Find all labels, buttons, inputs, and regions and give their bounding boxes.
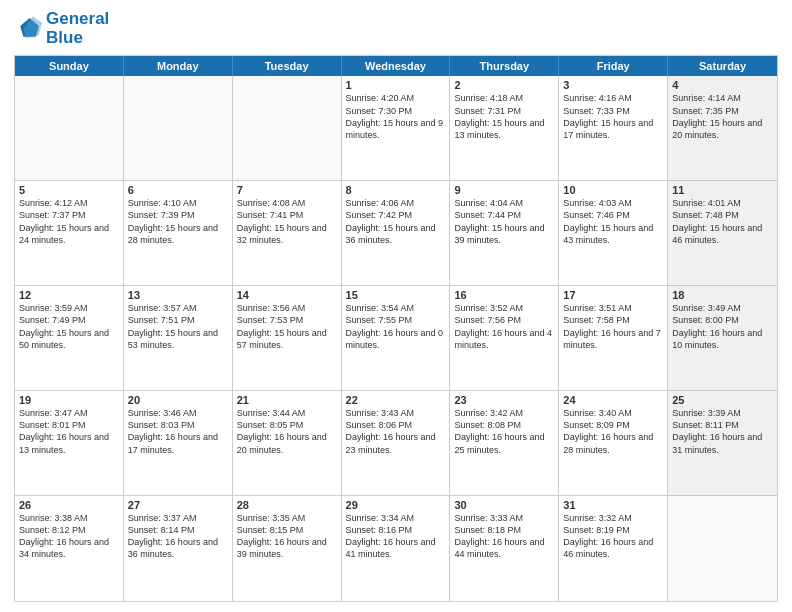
cell-info: Sunrise: 3:44 AM Sunset: 8:05 PM Dayligh… — [237, 407, 337, 456]
day-number: 14 — [237, 289, 337, 301]
cell-info: Sunrise: 4:03 AM Sunset: 7:46 PM Dayligh… — [563, 197, 663, 246]
day-number: 13 — [128, 289, 228, 301]
calendar-cell: 1Sunrise: 4:20 AM Sunset: 7:30 PM Daylig… — [342, 76, 451, 180]
calendar-week: 1Sunrise: 4:20 AM Sunset: 7:30 PM Daylig… — [15, 76, 777, 181]
cell-info: Sunrise: 3:37 AM Sunset: 8:14 PM Dayligh… — [128, 512, 228, 561]
cell-info: Sunrise: 4:04 AM Sunset: 7:44 PM Dayligh… — [454, 197, 554, 246]
day-number: 21 — [237, 394, 337, 406]
cell-info: Sunrise: 3:57 AM Sunset: 7:51 PM Dayligh… — [128, 302, 228, 351]
day-number: 22 — [346, 394, 446, 406]
day-number: 19 — [19, 394, 119, 406]
calendar-cell: 19Sunrise: 3:47 AM Sunset: 8:01 PM Dayli… — [15, 391, 124, 495]
cell-info: Sunrise: 4:12 AM Sunset: 7:37 PM Dayligh… — [19, 197, 119, 246]
weekday-header: Friday — [559, 56, 668, 76]
day-number: 1 — [346, 79, 446, 91]
calendar-cell: 12Sunrise: 3:59 AM Sunset: 7:49 PM Dayli… — [15, 286, 124, 390]
day-number: 6 — [128, 184, 228, 196]
calendar-cell: 16Sunrise: 3:52 AM Sunset: 7:56 PM Dayli… — [450, 286, 559, 390]
calendar-cell: 4Sunrise: 4:14 AM Sunset: 7:35 PM Daylig… — [668, 76, 777, 180]
day-number: 3 — [563, 79, 663, 91]
calendar-week: 12Sunrise: 3:59 AM Sunset: 7:49 PM Dayli… — [15, 286, 777, 391]
day-number: 7 — [237, 184, 337, 196]
calendar-cell: 21Sunrise: 3:44 AM Sunset: 8:05 PM Dayli… — [233, 391, 342, 495]
cell-info: Sunrise: 4:16 AM Sunset: 7:33 PM Dayligh… — [563, 92, 663, 141]
day-number: 23 — [454, 394, 554, 406]
cell-info: Sunrise: 3:39 AM Sunset: 8:11 PM Dayligh… — [672, 407, 773, 456]
calendar-cell: 28Sunrise: 3:35 AM Sunset: 8:15 PM Dayli… — [233, 496, 342, 601]
cell-info: Sunrise: 3:51 AM Sunset: 7:58 PM Dayligh… — [563, 302, 663, 351]
cell-info: Sunrise: 4:14 AM Sunset: 7:35 PM Dayligh… — [672, 92, 773, 141]
calendar-header: SundayMondayTuesdayWednesdayThursdayFrid… — [15, 56, 777, 76]
day-number: 25 — [672, 394, 773, 406]
calendar-cell: 26Sunrise: 3:38 AM Sunset: 8:12 PM Dayli… — [15, 496, 124, 601]
calendar-cell: 7Sunrise: 4:08 AM Sunset: 7:41 PM Daylig… — [233, 181, 342, 285]
cell-info: Sunrise: 3:54 AM Sunset: 7:55 PM Dayligh… — [346, 302, 446, 351]
day-number: 16 — [454, 289, 554, 301]
calendar-week: 26Sunrise: 3:38 AM Sunset: 8:12 PM Dayli… — [15, 496, 777, 601]
day-number: 10 — [563, 184, 663, 196]
day-number: 2 — [454, 79, 554, 91]
calendar-cell: 14Sunrise: 3:56 AM Sunset: 7:53 PM Dayli… — [233, 286, 342, 390]
day-number: 5 — [19, 184, 119, 196]
cell-info: Sunrise: 3:56 AM Sunset: 7:53 PM Dayligh… — [237, 302, 337, 351]
cell-info: Sunrise: 4:18 AM Sunset: 7:31 PM Dayligh… — [454, 92, 554, 141]
calendar-week: 5Sunrise: 4:12 AM Sunset: 7:37 PM Daylig… — [15, 181, 777, 286]
calendar-cell: 15Sunrise: 3:54 AM Sunset: 7:55 PM Dayli… — [342, 286, 451, 390]
day-number: 18 — [672, 289, 773, 301]
weekday-header: Sunday — [15, 56, 124, 76]
logo: General Blue — [14, 10, 109, 47]
calendar-cell: 24Sunrise: 3:40 AM Sunset: 8:09 PM Dayli… — [559, 391, 668, 495]
day-number: 28 — [237, 499, 337, 511]
cell-info: Sunrise: 3:43 AM Sunset: 8:06 PM Dayligh… — [346, 407, 446, 456]
calendar: SundayMondayTuesdayWednesdayThursdayFrid… — [14, 55, 778, 602]
cell-info: Sunrise: 4:10 AM Sunset: 7:39 PM Dayligh… — [128, 197, 228, 246]
logo-text: General Blue — [46, 10, 109, 47]
calendar-cell: 11Sunrise: 4:01 AM Sunset: 7:48 PM Dayli… — [668, 181, 777, 285]
cell-info: Sunrise: 4:01 AM Sunset: 7:48 PM Dayligh… — [672, 197, 773, 246]
day-number: 8 — [346, 184, 446, 196]
header: General Blue — [14, 10, 778, 47]
page: General Blue SundayMondayTuesdayWednesda… — [0, 0, 792, 612]
day-number: 20 — [128, 394, 228, 406]
cell-info: Sunrise: 3:49 AM Sunset: 8:00 PM Dayligh… — [672, 302, 773, 351]
calendar-cell — [668, 496, 777, 601]
day-number: 12 — [19, 289, 119, 301]
calendar-cell: 17Sunrise: 3:51 AM Sunset: 7:58 PM Dayli… — [559, 286, 668, 390]
cell-info: Sunrise: 3:46 AM Sunset: 8:03 PM Dayligh… — [128, 407, 228, 456]
calendar-cell: 30Sunrise: 3:33 AM Sunset: 8:18 PM Dayli… — [450, 496, 559, 601]
cell-info: Sunrise: 3:59 AM Sunset: 7:49 PM Dayligh… — [19, 302, 119, 351]
weekday-header: Tuesday — [233, 56, 342, 76]
cell-info: Sunrise: 3:38 AM Sunset: 8:12 PM Dayligh… — [19, 512, 119, 561]
calendar-cell: 27Sunrise: 3:37 AM Sunset: 8:14 PM Dayli… — [124, 496, 233, 601]
cell-info: Sunrise: 4:08 AM Sunset: 7:41 PM Dayligh… — [237, 197, 337, 246]
calendar-cell: 18Sunrise: 3:49 AM Sunset: 8:00 PM Dayli… — [668, 286, 777, 390]
weekday-header: Wednesday — [342, 56, 451, 76]
calendar-cell: 5Sunrise: 4:12 AM Sunset: 7:37 PM Daylig… — [15, 181, 124, 285]
calendar-cell: 23Sunrise: 3:42 AM Sunset: 8:08 PM Dayli… — [450, 391, 559, 495]
calendar-cell — [15, 76, 124, 180]
cell-info: Sunrise: 3:35 AM Sunset: 8:15 PM Dayligh… — [237, 512, 337, 561]
calendar-week: 19Sunrise: 3:47 AM Sunset: 8:01 PM Dayli… — [15, 391, 777, 496]
day-number: 30 — [454, 499, 554, 511]
calendar-body: 1Sunrise: 4:20 AM Sunset: 7:30 PM Daylig… — [15, 76, 777, 601]
calendar-cell: 3Sunrise: 4:16 AM Sunset: 7:33 PM Daylig… — [559, 76, 668, 180]
calendar-cell: 8Sunrise: 4:06 AM Sunset: 7:42 PM Daylig… — [342, 181, 451, 285]
calendar-cell: 2Sunrise: 4:18 AM Sunset: 7:31 PM Daylig… — [450, 76, 559, 180]
logo-icon — [14, 15, 42, 43]
day-number: 27 — [128, 499, 228, 511]
day-number: 15 — [346, 289, 446, 301]
cell-info: Sunrise: 4:20 AM Sunset: 7:30 PM Dayligh… — [346, 92, 446, 141]
cell-info: Sunrise: 3:40 AM Sunset: 8:09 PM Dayligh… — [563, 407, 663, 456]
cell-info: Sunrise: 3:47 AM Sunset: 8:01 PM Dayligh… — [19, 407, 119, 456]
cell-info: Sunrise: 4:06 AM Sunset: 7:42 PM Dayligh… — [346, 197, 446, 246]
cell-info: Sunrise: 3:42 AM Sunset: 8:08 PM Dayligh… — [454, 407, 554, 456]
cell-info: Sunrise: 3:52 AM Sunset: 7:56 PM Dayligh… — [454, 302, 554, 351]
svg-marker-1 — [23, 16, 42, 38]
day-number: 11 — [672, 184, 773, 196]
day-number: 9 — [454, 184, 554, 196]
day-number: 31 — [563, 499, 663, 511]
calendar-cell: 13Sunrise: 3:57 AM Sunset: 7:51 PM Dayli… — [124, 286, 233, 390]
calendar-cell — [233, 76, 342, 180]
calendar-cell: 22Sunrise: 3:43 AM Sunset: 8:06 PM Dayli… — [342, 391, 451, 495]
calendar-cell: 25Sunrise: 3:39 AM Sunset: 8:11 PM Dayli… — [668, 391, 777, 495]
